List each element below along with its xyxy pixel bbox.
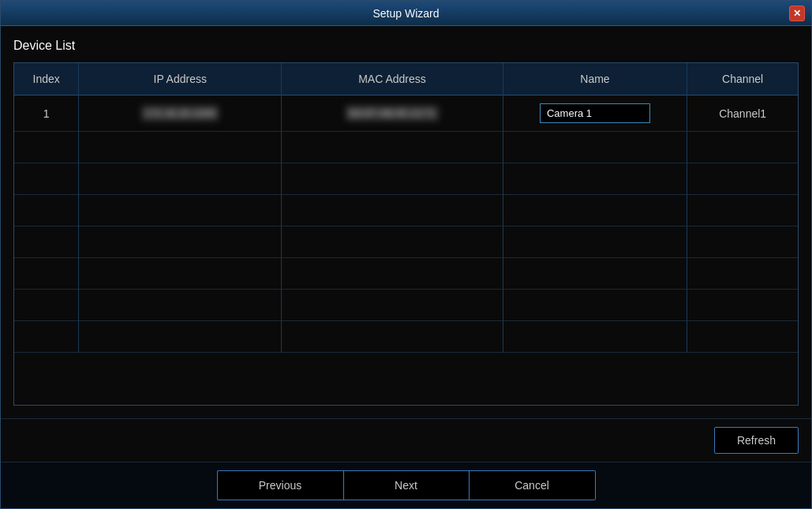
cell-channel: Channel1 [687, 95, 798, 132]
camera-name-input[interactable] [540, 103, 650, 123]
refresh-bar: Refresh [1, 418, 811, 462]
title-bar: Setup Wizard ✕ [1, 1, 811, 26]
col-channel: Channel [687, 63, 798, 95]
ip-address-value: 172.16.20.1000 [141, 106, 219, 121]
empty-row [14, 258, 798, 290]
next-button[interactable]: Next [343, 470, 470, 500]
main-content: Device List Index IP Address MAC Address… [1, 26, 811, 418]
cell-name[interactable] [503, 95, 687, 132]
empty-row [14, 195, 798, 226]
device-table-container: Index IP Address MAC Address Name Channe… [13, 62, 799, 406]
col-name: Name [503, 63, 687, 95]
table-body: 1 172.16.20.1000 E8:97:AB:05:13:71 Chann… [14, 95, 798, 353]
empty-row [14, 226, 798, 258]
footer-bar: Previous Next Cancel [1, 462, 811, 508]
table-header: Index IP Address MAC Address Name Channe… [14, 63, 798, 95]
section-label: Device List [13, 39, 799, 53]
cell-ip: 172.16.20.1000 [79, 95, 282, 132]
close-button[interactable]: ✕ [789, 6, 805, 21]
empty-row [14, 132, 798, 163]
col-mac-address: MAC Address [282, 63, 503, 95]
dialog-title: Setup Wizard [372, 7, 439, 20]
empty-row [14, 290, 798, 321]
col-ip-address: IP Address [79, 63, 282, 95]
device-table: Index IP Address MAC Address Name Channe… [14, 63, 798, 353]
previous-button[interactable]: Previous [217, 470, 343, 500]
setup-wizard-dialog: Setup Wizard ✕ Device List Index IP Addr… [0, 0, 812, 509]
col-index: Index [14, 63, 79, 95]
empty-row [14, 163, 798, 195]
cancel-button[interactable]: Cancel [470, 470, 596, 500]
table-row: 1 172.16.20.1000 E8:97:AB:05:13:71 Chann… [14, 95, 798, 132]
empty-row [14, 321, 798, 353]
refresh-button[interactable]: Refresh [714, 427, 799, 454]
mac-address-value: E8:97:AB:05:13:71 [346, 106, 438, 121]
cell-mac: E8:97:AB:05:13:71 [282, 95, 503, 132]
cell-index: 1 [14, 95, 79, 132]
